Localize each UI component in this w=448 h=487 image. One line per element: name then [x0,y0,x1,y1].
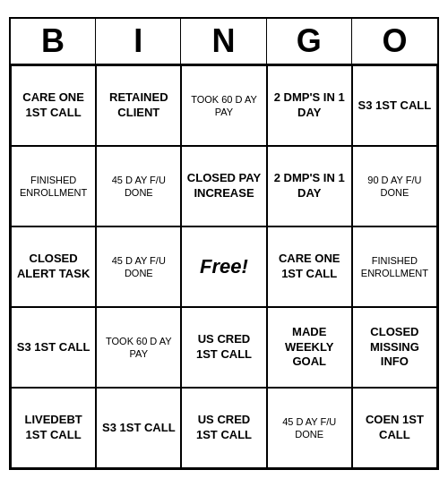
bingo-cell-23[interactable]: 45 D AY F/U DONE [267,388,352,468]
bingo-header: BINGO [11,19,437,65]
bingo-cell-14[interactable]: FINISHED ENROLLMENT [352,226,437,307]
bingo-cell-4[interactable]: S3 1ST CALL [352,65,437,146]
header-letter-o: O [352,19,437,64]
bingo-grid: CARE ONE 1ST CALLRETAINED CLIENTTOOK 60 … [11,65,437,468]
bingo-cell-17[interactable]: US CRED 1ST CALL [181,307,266,388]
bingo-cell-24[interactable]: COEN 1ST CALL [352,388,437,468]
bingo-cell-16[interactable]: TOOK 60 D AY PAY [96,307,181,388]
bingo-cell-9[interactable]: 90 D AY F/U DONE [352,146,437,226]
bingo-cell-6[interactable]: 45 D AY F/U DONE [96,146,181,226]
bingo-cell-13[interactable]: CARE ONE 1ST CALL [267,226,352,307]
bingo-cell-2[interactable]: TOOK 60 D AY PAY [181,65,266,146]
bingo-card: BINGO CARE ONE 1ST CALLRETAINED CLIENTTO… [9,17,439,470]
bingo-cell-15[interactable]: S3 1ST CALL [11,307,96,388]
bingo-cell-5[interactable]: FINISHED ENROLLMENT [11,146,96,226]
bingo-cell-1[interactable]: RETAINED CLIENT [96,65,181,146]
bingo-cell-0[interactable]: CARE ONE 1ST CALL [11,65,96,146]
header-letter-n: N [181,19,266,64]
bingo-cell-22[interactable]: US CRED 1ST CALL [181,388,266,468]
bingo-cell-3[interactable]: 2 DMP'S IN 1 DAY [267,65,352,146]
bingo-cell-21[interactable]: S3 1ST CALL [96,388,181,468]
bingo-cell-12[interactable]: Free! [181,226,266,307]
header-letter-i: I [96,19,181,64]
bingo-cell-8[interactable]: 2 DMP'S IN 1 DAY [267,146,352,226]
header-letter-g: G [267,19,352,64]
bingo-cell-10[interactable]: CLOSED ALERT TASK [11,226,96,307]
bingo-cell-18[interactable]: MADE WEEKLY GOAL [267,307,352,388]
bingo-cell-20[interactable]: LIVEDEBT 1ST CALL [11,388,96,468]
header-letter-b: B [11,19,96,64]
bingo-cell-19[interactable]: CLOSED MISSING INFO [352,307,437,388]
bingo-cell-7[interactable]: CLOSED PAY INCREASE [181,146,266,226]
bingo-cell-11[interactable]: 45 D AY F/U DONE [96,226,181,307]
